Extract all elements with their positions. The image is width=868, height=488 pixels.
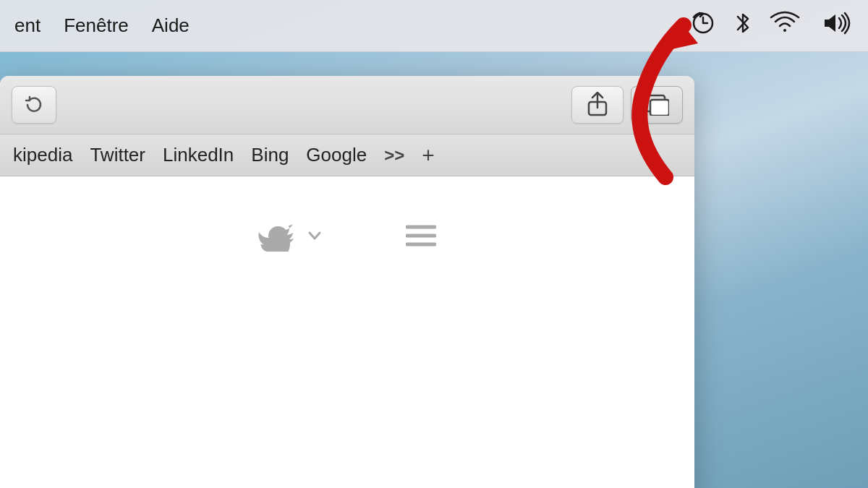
menubar-right [690, 10, 854, 41]
tabs-button[interactable] [631, 86, 683, 124]
share-button[interactable] [571, 86, 624, 124]
menu-item-ent[interactable]: ent [14, 14, 41, 37]
menu-item-fenetre[interactable]: Fenêtre [64, 14, 129, 37]
toolbar-left [12, 86, 56, 124]
twitter-bird-icon [258, 220, 296, 254]
twitter-content-header [258, 220, 436, 254]
menu-item-aide[interactable]: Aide [152, 14, 190, 37]
hamburger-menu-icon[interactable] [406, 223, 436, 251]
menubar: ent Fenêtre Aide [0, 0, 868, 52]
wifi-icon[interactable] [770, 10, 800, 41]
bookmark-google[interactable]: Google [306, 144, 367, 166]
bluetooth-icon[interactable] [733, 10, 752, 41]
bookmark-add-button[interactable]: + [422, 143, 435, 168]
bookmark-twitter[interactable]: Twitter [90, 144, 145, 166]
time-machine-icon[interactable] [690, 10, 716, 41]
browser-content [0, 176, 694, 488]
bookmarks-more-button[interactable]: >> [384, 145, 404, 166]
bookmark-bing[interactable]: Bing [251, 144, 289, 166]
bookmarks-bar: kipedia Twitter LinkedIn Bing Google >> … [0, 134, 694, 176]
toolbar-right [571, 86, 683, 124]
reload-button[interactable] [12, 86, 56, 124]
bookmark-linkedin[interactable]: LinkedIn [163, 144, 234, 166]
menubar-left: ent Fenêtre Aide [14, 14, 690, 37]
twitter-chevron-icon[interactable] [306, 227, 323, 247]
browser-window: kipedia Twitter LinkedIn Bing Google >> … [0, 76, 694, 488]
browser-toolbar [0, 76, 694, 134]
svg-rect-3 [650, 100, 669, 116]
volume-icon[interactable] [817, 10, 854, 41]
bookmark-wikipedia[interactable]: kipedia [13, 144, 72, 166]
